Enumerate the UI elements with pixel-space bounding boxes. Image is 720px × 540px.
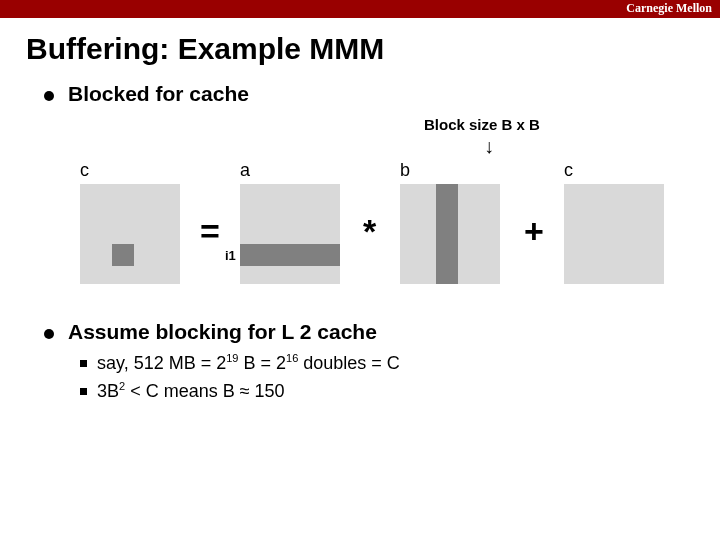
- slide-title: Buffering: Example MMM: [0, 18, 720, 74]
- sub-text: say, 512 MB = 219 B = 216 doubles = C: [97, 352, 400, 374]
- mmm-diagram: c = a i1 * b + c: [80, 160, 680, 310]
- op-times: *: [363, 212, 376, 251]
- bullet-dot: [44, 329, 54, 339]
- matrix-c1: [80, 184, 180, 284]
- label-i1: i1: [225, 248, 236, 263]
- matrix-c2: [564, 184, 664, 284]
- bullet-blocked: Blocked for cache: [44, 82, 676, 106]
- block-b-col: [436, 184, 458, 284]
- brand-label: Carnegie Mellon: [626, 1, 712, 16]
- square-bullet: [80, 388, 87, 395]
- bullet-text: Assume blocking for L 2 cache: [68, 320, 377, 344]
- t: doubles = C: [298, 353, 400, 373]
- header-bar: Carnegie Mellon: [0, 0, 720, 18]
- bullet-assume: Assume blocking for L 2 cache: [44, 320, 400, 344]
- sub-bullet-2: 3B2 < C means B ≈ 150: [44, 380, 400, 402]
- bullet-dot: [44, 91, 54, 101]
- matrix-a: [240, 184, 340, 284]
- exp: 16: [286, 352, 298, 364]
- blocksize-label: Block size B x B: [424, 116, 540, 133]
- label-a: a: [240, 160, 250, 181]
- assume-section: Assume blocking for L 2 cache say, 512 M…: [44, 320, 400, 402]
- exp: 19: [226, 352, 238, 364]
- bullet-text: Blocked for cache: [68, 82, 249, 106]
- label-c2: c: [564, 160, 573, 181]
- block-a-row: [240, 244, 340, 266]
- bullet-list: Blocked for cache: [0, 74, 720, 106]
- sub-text: 3B2 < C means B ≈ 150: [97, 380, 285, 402]
- square-bullet: [80, 360, 87, 367]
- sub-bullet-1: say, 512 MB = 219 B = 216 doubles = C: [44, 352, 400, 374]
- op-eq: =: [200, 212, 220, 251]
- label-b: b: [400, 160, 410, 181]
- op-plus: +: [524, 212, 544, 251]
- t: B = 2: [238, 353, 286, 373]
- block-c1: [112, 244, 134, 266]
- arrow-down-icon: ↓: [484, 135, 494, 158]
- matrix-b: [400, 184, 500, 284]
- label-c1: c: [80, 160, 89, 181]
- t: < C means B ≈ 150: [125, 381, 284, 401]
- t: 3B: [97, 381, 119, 401]
- t: say, 512 MB = 2: [97, 353, 226, 373]
